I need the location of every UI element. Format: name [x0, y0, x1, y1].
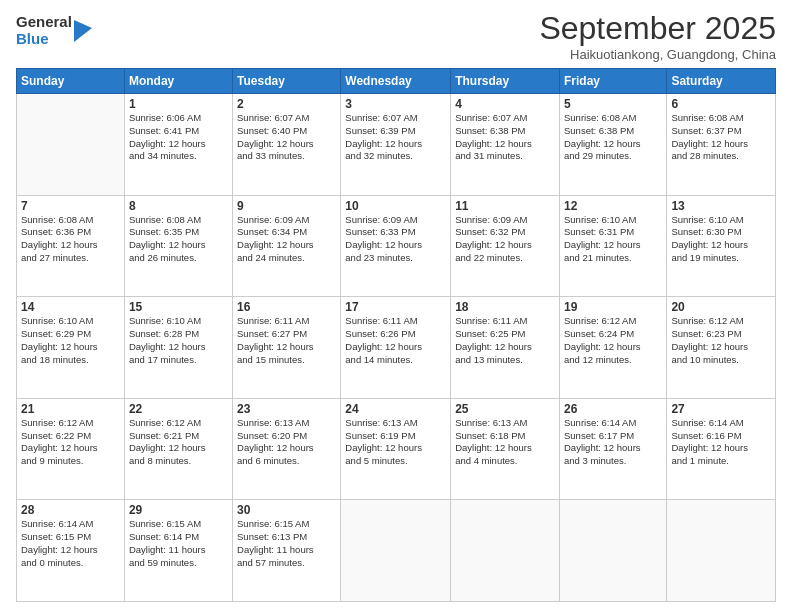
calendar-cell: 14Sunrise: 6:10 AM Sunset: 6:29 PM Dayli…	[17, 297, 125, 399]
day-info: Sunrise: 6:10 AM Sunset: 6:28 PM Dayligh…	[129, 315, 228, 366]
day-info: Sunrise: 6:07 AM Sunset: 6:39 PM Dayligh…	[345, 112, 446, 163]
calendar-cell: 1Sunrise: 6:06 AM Sunset: 6:41 PM Daylig…	[124, 94, 232, 196]
day-info: Sunrise: 6:12 AM Sunset: 6:24 PM Dayligh…	[564, 315, 662, 366]
day-number: 17	[345, 300, 446, 314]
day-number: 6	[671, 97, 771, 111]
day-number: 29	[129, 503, 228, 517]
calendar-cell: 25Sunrise: 6:13 AM Sunset: 6:18 PM Dayli…	[451, 398, 560, 500]
day-number: 5	[564, 97, 662, 111]
day-info: Sunrise: 6:12 AM Sunset: 6:23 PM Dayligh…	[671, 315, 771, 366]
calendar-cell: 15Sunrise: 6:10 AM Sunset: 6:28 PM Dayli…	[124, 297, 232, 399]
calendar-header: SundayMondayTuesdayWednesdayThursdayFrid…	[17, 69, 776, 94]
header: General Blue September 2025 Haikuotianko…	[16, 10, 776, 62]
day-header-row: SundayMondayTuesdayWednesdayThursdayFrid…	[17, 69, 776, 94]
day-info: Sunrise: 6:09 AM Sunset: 6:34 PM Dayligh…	[237, 214, 336, 265]
calendar-table: SundayMondayTuesdayWednesdayThursdayFrid…	[16, 68, 776, 602]
day-info: Sunrise: 6:12 AM Sunset: 6:22 PM Dayligh…	[21, 417, 120, 468]
calendar-cell	[667, 500, 776, 602]
calendar-cell: 13Sunrise: 6:10 AM Sunset: 6:30 PM Dayli…	[667, 195, 776, 297]
calendar-cell: 3Sunrise: 6:07 AM Sunset: 6:39 PM Daylig…	[341, 94, 451, 196]
calendar-week-row: 14Sunrise: 6:10 AM Sunset: 6:29 PM Dayli…	[17, 297, 776, 399]
day-info: Sunrise: 6:13 AM Sunset: 6:19 PM Dayligh…	[345, 417, 446, 468]
day-info: Sunrise: 6:13 AM Sunset: 6:18 PM Dayligh…	[455, 417, 555, 468]
day-number: 28	[21, 503, 120, 517]
day-number: 27	[671, 402, 771, 416]
day-of-week-header: Thursday	[451, 69, 560, 94]
day-of-week-header: Friday	[559, 69, 666, 94]
day-number: 14	[21, 300, 120, 314]
calendar-week-row: 7Sunrise: 6:08 AM Sunset: 6:36 PM Daylig…	[17, 195, 776, 297]
day-info: Sunrise: 6:06 AM Sunset: 6:41 PM Dayligh…	[129, 112, 228, 163]
day-info: Sunrise: 6:08 AM Sunset: 6:35 PM Dayligh…	[129, 214, 228, 265]
calendar-cell: 20Sunrise: 6:12 AM Sunset: 6:23 PM Dayli…	[667, 297, 776, 399]
calendar-week-row: 28Sunrise: 6:14 AM Sunset: 6:15 PM Dayli…	[17, 500, 776, 602]
calendar-cell: 29Sunrise: 6:15 AM Sunset: 6:14 PM Dayli…	[124, 500, 232, 602]
day-of-week-header: Saturday	[667, 69, 776, 94]
day-info: Sunrise: 6:15 AM Sunset: 6:13 PM Dayligh…	[237, 518, 336, 569]
calendar-cell: 7Sunrise: 6:08 AM Sunset: 6:36 PM Daylig…	[17, 195, 125, 297]
day-info: Sunrise: 6:10 AM Sunset: 6:29 PM Dayligh…	[21, 315, 120, 366]
calendar-week-row: 21Sunrise: 6:12 AM Sunset: 6:22 PM Dayli…	[17, 398, 776, 500]
day-number: 8	[129, 199, 228, 213]
calendar-cell	[559, 500, 666, 602]
day-number: 23	[237, 402, 336, 416]
calendar-page: General Blue September 2025 Haikuotianko…	[0, 0, 792, 612]
day-info: Sunrise: 6:14 AM Sunset: 6:16 PM Dayligh…	[671, 417, 771, 468]
calendar-cell: 30Sunrise: 6:15 AM Sunset: 6:13 PM Dayli…	[233, 500, 341, 602]
calendar-cell: 17Sunrise: 6:11 AM Sunset: 6:26 PM Dayli…	[341, 297, 451, 399]
day-number: 19	[564, 300, 662, 314]
day-number: 22	[129, 402, 228, 416]
day-number: 30	[237, 503, 336, 517]
calendar-cell: 4Sunrise: 6:07 AM Sunset: 6:38 PM Daylig…	[451, 94, 560, 196]
calendar-cell: 23Sunrise: 6:13 AM Sunset: 6:20 PM Dayli…	[233, 398, 341, 500]
day-info: Sunrise: 6:10 AM Sunset: 6:30 PM Dayligh…	[671, 214, 771, 265]
day-number: 25	[455, 402, 555, 416]
calendar-cell: 19Sunrise: 6:12 AM Sunset: 6:24 PM Dayli…	[559, 297, 666, 399]
day-of-week-header: Monday	[124, 69, 232, 94]
title-section: September 2025 Haikuotiankong, Guangdong…	[539, 10, 776, 62]
day-of-week-header: Wednesday	[341, 69, 451, 94]
day-number: 20	[671, 300, 771, 314]
day-info: Sunrise: 6:12 AM Sunset: 6:21 PM Dayligh…	[129, 417, 228, 468]
logo-blue: Blue	[16, 31, 72, 48]
day-number: 12	[564, 199, 662, 213]
day-number: 2	[237, 97, 336, 111]
calendar-cell	[451, 500, 560, 602]
calendar-cell: 24Sunrise: 6:13 AM Sunset: 6:19 PM Dayli…	[341, 398, 451, 500]
calendar-cell: 26Sunrise: 6:14 AM Sunset: 6:17 PM Dayli…	[559, 398, 666, 500]
day-number: 11	[455, 199, 555, 213]
day-number: 21	[21, 402, 120, 416]
day-info: Sunrise: 6:11 AM Sunset: 6:26 PM Dayligh…	[345, 315, 446, 366]
day-info: Sunrise: 6:11 AM Sunset: 6:27 PM Dayligh…	[237, 315, 336, 366]
calendar-cell: 21Sunrise: 6:12 AM Sunset: 6:22 PM Dayli…	[17, 398, 125, 500]
day-number: 24	[345, 402, 446, 416]
calendar-cell: 10Sunrise: 6:09 AM Sunset: 6:33 PM Dayli…	[341, 195, 451, 297]
day-number: 9	[237, 199, 336, 213]
day-info: Sunrise: 6:10 AM Sunset: 6:31 PM Dayligh…	[564, 214, 662, 265]
calendar-week-row: 1Sunrise: 6:06 AM Sunset: 6:41 PM Daylig…	[17, 94, 776, 196]
day-info: Sunrise: 6:09 AM Sunset: 6:32 PM Dayligh…	[455, 214, 555, 265]
logo-text: General Blue	[16, 14, 72, 47]
day-number: 13	[671, 199, 771, 213]
calendar-cell: 11Sunrise: 6:09 AM Sunset: 6:32 PM Dayli…	[451, 195, 560, 297]
day-of-week-header: Tuesday	[233, 69, 341, 94]
day-number: 18	[455, 300, 555, 314]
subtitle: Haikuotiankong, Guangdong, China	[539, 47, 776, 62]
day-number: 10	[345, 199, 446, 213]
calendar-cell: 9Sunrise: 6:09 AM Sunset: 6:34 PM Daylig…	[233, 195, 341, 297]
day-info: Sunrise: 6:14 AM Sunset: 6:15 PM Dayligh…	[21, 518, 120, 569]
day-number: 26	[564, 402, 662, 416]
day-info: Sunrise: 6:15 AM Sunset: 6:14 PM Dayligh…	[129, 518, 228, 569]
calendar-cell: 2Sunrise: 6:07 AM Sunset: 6:40 PM Daylig…	[233, 94, 341, 196]
day-number: 7	[21, 199, 120, 213]
day-info: Sunrise: 6:08 AM Sunset: 6:38 PM Dayligh…	[564, 112, 662, 163]
day-info: Sunrise: 6:08 AM Sunset: 6:36 PM Dayligh…	[21, 214, 120, 265]
calendar-cell: 18Sunrise: 6:11 AM Sunset: 6:25 PM Dayli…	[451, 297, 560, 399]
day-number: 3	[345, 97, 446, 111]
day-info: Sunrise: 6:13 AM Sunset: 6:20 PM Dayligh…	[237, 417, 336, 468]
calendar-cell: 12Sunrise: 6:10 AM Sunset: 6:31 PM Dayli…	[559, 195, 666, 297]
calendar-cell: 22Sunrise: 6:12 AM Sunset: 6:21 PM Dayli…	[124, 398, 232, 500]
day-info: Sunrise: 6:08 AM Sunset: 6:37 PM Dayligh…	[671, 112, 771, 163]
day-number: 15	[129, 300, 228, 314]
svg-marker-0	[74, 20, 92, 42]
